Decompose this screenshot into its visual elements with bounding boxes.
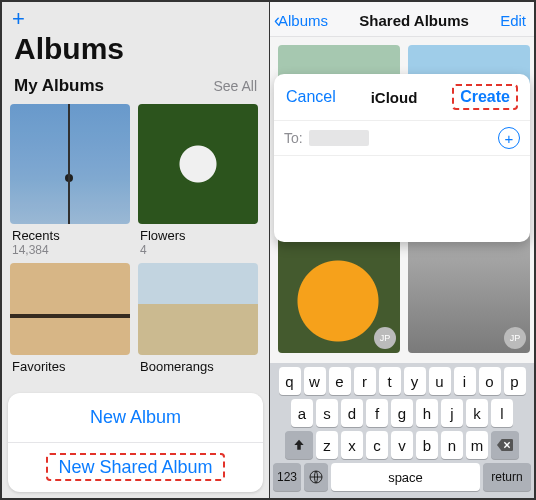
key-u[interactable]: u	[429, 367, 451, 395]
add-contact-icon[interactable]: +	[498, 127, 520, 149]
key-t[interactable]: t	[379, 367, 401, 395]
to-row: To: +	[274, 120, 530, 156]
album-card[interactable]: Recents 14,384	[10, 104, 130, 257]
album-card[interactable]: Flowers 4	[138, 104, 258, 257]
shared-album-card[interactable]: JP	[408, 231, 530, 353]
page-title: Albums	[2, 30, 269, 76]
album-thumbnail: JP	[278, 231, 400, 353]
new-shared-album-button[interactable]: New Shared Album	[8, 442, 263, 492]
shared-album-card[interactable]: JP	[278, 231, 400, 353]
create-label: Create	[460, 88, 510, 105]
album-title: Flowers	[140, 228, 256, 243]
see-all-button[interactable]: See All	[213, 78, 257, 94]
to-input[interactable]	[309, 130, 369, 146]
key-d[interactable]: d	[341, 399, 363, 427]
section-header: My Albums	[14, 76, 104, 96]
shift-key[interactable]	[285, 431, 313, 459]
backspace-key[interactable]	[491, 431, 519, 459]
albums-screen: + Albums My Albums See All Recents 14,38…	[2, 2, 270, 498]
navbar: ‹ Albums Shared Albums Edit	[270, 2, 534, 37]
icloud-share-modal: Cancel iCloud Create To: +	[274, 74, 530, 242]
key-f[interactable]: f	[366, 399, 388, 427]
key-w[interactable]: w	[304, 367, 326, 395]
album-thumbnail	[10, 104, 130, 224]
key-n[interactable]: n	[441, 431, 463, 459]
key-z[interactable]: z	[316, 431, 338, 459]
cancel-button[interactable]: Cancel	[286, 88, 336, 106]
key-o[interactable]: o	[479, 367, 501, 395]
space-key[interactable]: space	[331, 463, 480, 491]
key-k[interactable]: k	[466, 399, 488, 427]
album-card[interactable]: Boomerangs	[138, 263, 258, 374]
album-thumbnail	[138, 263, 258, 355]
key-h[interactable]: h	[416, 399, 438, 427]
key-a[interactable]: a	[291, 399, 313, 427]
key-i[interactable]: i	[454, 367, 476, 395]
key-c[interactable]: c	[366, 431, 388, 459]
create-button[interactable]: Create	[452, 84, 518, 110]
album-count: 4	[140, 243, 256, 257]
nav-title: Shared Albums	[359, 12, 468, 29]
key-s[interactable]: s	[316, 399, 338, 427]
shared-albums-screen: ‹ Albums Shared Albums Edit JP JP	[270, 2, 534, 498]
highlight-annotation: New Shared Album	[46, 453, 224, 481]
key-p[interactable]: p	[504, 367, 526, 395]
key-l[interactable]: l	[491, 399, 513, 427]
key-q[interactable]: q	[279, 367, 301, 395]
new-shared-album-label: New Shared Album	[58, 457, 212, 477]
modal-title: iCloud	[371, 89, 418, 106]
key-v[interactable]: v	[391, 431, 413, 459]
key-e[interactable]: e	[329, 367, 351, 395]
album-thumbnail	[10, 263, 130, 355]
shift-icon	[292, 438, 306, 452]
numbers-key[interactable]: 123	[273, 463, 301, 491]
to-label: To:	[284, 130, 303, 146]
album-thumbnail: JP	[408, 231, 530, 353]
key-m[interactable]: m	[466, 431, 488, 459]
album-title: Recents	[12, 228, 128, 243]
add-album-icon[interactable]: +	[12, 8, 259, 30]
key-y[interactable]: y	[404, 367, 426, 395]
modal-body	[274, 156, 530, 242]
globe-icon	[308, 469, 324, 485]
back-button[interactable]: ‹ Albums	[274, 10, 328, 31]
new-album-button[interactable]: New Album	[8, 393, 263, 442]
back-label: Albums	[278, 12, 328, 29]
key-x[interactable]: x	[341, 431, 363, 459]
keyboard: qwertyuiop asdfghjkl zxcvbnm 123 space r…	[270, 363, 534, 498]
backspace-icon	[497, 439, 513, 451]
return-key[interactable]: return	[483, 463, 531, 491]
key-r[interactable]: r	[354, 367, 376, 395]
key-g[interactable]: g	[391, 399, 413, 427]
owner-badge: JP	[504, 327, 526, 349]
action-sheet: New Album New Shared Album	[8, 393, 263, 492]
key-b[interactable]: b	[416, 431, 438, 459]
album-title: Boomerangs	[140, 359, 256, 374]
edit-button[interactable]: Edit	[500, 12, 526, 29]
album-card[interactable]: Favorites	[10, 263, 130, 374]
key-j[interactable]: j	[441, 399, 463, 427]
album-thumbnail	[138, 104, 258, 224]
globe-key[interactable]	[304, 463, 328, 491]
album-count: 14,384	[12, 243, 128, 257]
owner-badge: JP	[374, 327, 396, 349]
album-title: Favorites	[12, 359, 128, 374]
